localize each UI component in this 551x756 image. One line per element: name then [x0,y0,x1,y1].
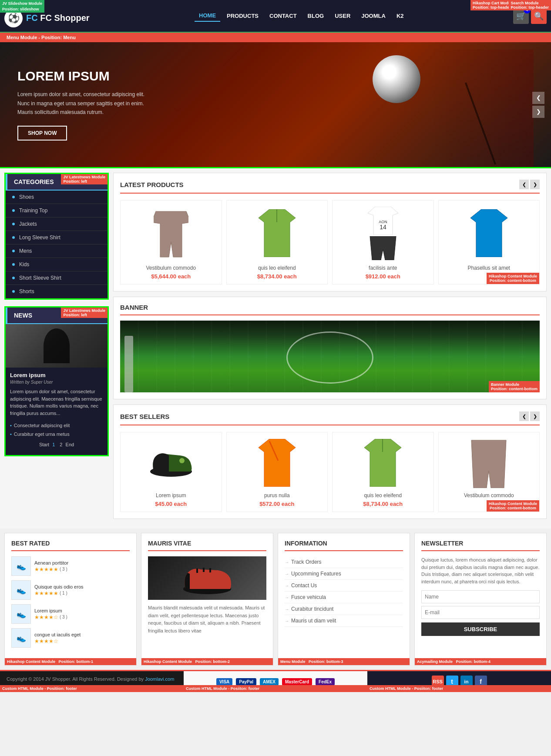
category-jackets[interactable]: Jackets [6,217,108,231]
header: JV Slideshow Module Position: slideshow … [0,0,551,33]
footer-payments-section: VISA PayPal AMEX MasterCard FedEx Custom… [184,670,367,692]
svg-marker-10 [259,439,296,487]
product-card-3[interactable]: AON 14 facilisis ante $912.00 each [332,200,434,284]
product-name-1: Vestibulum commodo [125,265,217,271]
br-item-3[interactable]: 👟 Lorem ipsum ★★★★☆ ( 3 ) [11,604,130,624]
footer-label-2: Custom HTML Module - Posiiton: footer [184,685,367,692]
svg-rect-18 [209,568,211,572]
menu-module-label: Menu Module [7,35,37,40]
product-name-3: facilisis ante [337,265,429,271]
paypal-badge: PayPal [236,678,256,686]
product-image-4 [443,205,535,261]
latest-products-section: LATEST PRODUCTS ❮ ❯ Vestibulum commodo $… [113,173,547,291]
latest-next-arrow[interactable]: ❯ [530,180,540,189]
joomlavi-link[interactable]: Joomlavi.com [145,676,174,682]
product-price-1: $5,644.00 each [125,273,217,280]
nav-home[interactable]: HOME [195,10,220,22]
information-section: INFORMATION → Track Orders → Upcomming F… [278,533,410,666]
news-list-item: • Consectetur adipiscing elit [10,421,103,430]
category-shoes[interactable]: Shoes [6,191,108,204]
bs-product-2[interactable]: purus nulla $572.00 each [226,432,328,512]
slide-next-arrow[interactable]: ❯ [532,106,544,118]
bs-product-4[interactable]: Vestibulum commodo Hikashop Content Modu… [438,432,540,512]
product-price-2: $8,734.00 each [231,273,323,280]
page-1-link[interactable]: 1 [52,442,55,447]
best-sellers-section: BEST SELLERS ❮ ❯ [113,405,547,519]
news-title: Lorem ipsum [10,372,103,378]
br-item-1[interactable]: 👟 Aenean porttitor ★★★★★ ( 3 ) [11,556,130,576]
content-area: LATEST PRODUCTS ❮ ❯ Vestibulum commodo $… [113,173,547,524]
newsletter-email-input[interactable] [421,606,540,619]
br-item-2[interactable]: 👟 Quisque quis odio eros ★★★★★ ( 1 ) [11,580,130,600]
category-shorts[interactable]: Shorts [6,285,108,298]
category-long-sleeve-shirt[interactable]: Long Sleeve Shirt [6,231,108,244]
information-module-label: Menu Module Position: bottom-3 [278,658,410,665]
slide-text: Lorem ipsum dolor sit amet, consectetur … [17,90,144,117]
news-section: JV Latestnews Module Position: left NEWS… [4,306,109,456]
news-list-item: • Curabitur eget urna metus [10,430,103,438]
latest-products-grid: Vestibulum commodo $5,644.00 each quis l… [120,200,540,284]
bottom-footer: Copyright © 2014 JV Shopper. All Rights … [0,670,551,692]
search-module-label: Search Module Position: top-header [509,0,551,10]
news-pagination: Start 1 2 End [10,438,103,451]
nav-products[interactable]: PRODUCTS [222,10,263,21]
main-nav: HOME PRODUCTS CONTACT BLOG USER JOOMLA K… [195,10,408,22]
nav-k2[interactable]: K2 [392,10,408,21]
product-card-2[interactable]: quis leo eleifend $8,734.00 each [226,200,328,284]
svg-rect-17 [203,568,205,572]
footer-copyright-section: Copyright © 2014 JV Shopper. All Rights … [0,670,184,692]
latest-products-title: LATEST PRODUCTS ❮ ❯ [120,180,540,194]
slide-prev-arrow[interactable]: ❮ [532,92,544,104]
logo-text: FC FC Shopper [26,13,90,23]
news-author: Written by Super User [10,380,103,385]
product-price-3: $912.00 each [337,273,429,280]
page-2-link[interactable]: 2 [60,442,62,447]
product-name-2: quis leo eleifend [231,265,323,271]
banner-module-label: Banner Module Position: content-bottom [489,381,540,392]
info-track-orders[interactable]: → Track Orders [285,556,403,568]
product-card-1[interactable]: Vestibulum commodo $5,644.00 each [120,200,222,284]
newsletter-name-input[interactable] [421,590,540,603]
product-image-2 [231,205,323,261]
nav-user[interactable]: USER [330,10,355,21]
product-image-3: AON 14 [337,205,429,261]
info-curabitur-tincidunt[interactable]: → Curabitur tincidunt [285,603,403,615]
news-content: Lorem ipsum Written by Super User Lorem … [6,368,108,455]
shop-now-button[interactable]: SHOP NOW [17,126,67,140]
info-mauris-diam-velit[interactable]: → Mauris ut diam velit [285,615,403,627]
best-sellers-prev-arrow[interactable]: ❮ [519,411,529,421]
slideshow: LOREM IPSUM Lorem ipsum dolor sit amet, … [0,42,551,168]
svg-text:14: 14 [380,224,386,231]
nav-blog[interactable]: BLOG [303,10,329,21]
menu-bar: Menu Module - Position: Menu [0,33,551,42]
info-upcomming-features[interactable]: → Upcomming Features [285,568,403,580]
mauris-vitae-section: MAURIS VITAE Mauris blandit malesuada ve… [141,533,273,666]
info-contact-us[interactable]: → Contact Us [285,580,403,592]
category-short-sleeve-shirt[interactable]: Short Sleeve Shirt [6,271,108,285]
fedex-badge: FedEx [316,678,335,686]
nav-contact[interactable]: CONTACT [265,10,301,21]
footer-label-1: Custom HTML Module - Positiion: footer [0,685,184,692]
category-mens[interactable]: Mens [6,244,108,258]
bs-product-1[interactable]: Lorem ipsum $45.00 each [120,432,222,512]
mauris-vitae-title: MAURIS VITAE [148,540,266,551]
br-item-4[interactable]: 👟 congue ut iaculis eget ★★★★☆ [11,628,130,648]
nav-joomla[interactable]: JOOMLA [357,10,390,21]
best-sellers-arrows: ❮ ❯ [519,411,540,421]
footer-sections: BEST RATED 👟 Aenean porttitor ★★★★★ ( 3 … [0,529,551,670]
best-sellers-title: BEST SELLERS ❮ ❯ [120,411,540,425]
latest-prev-arrow[interactable]: ❮ [519,180,529,189]
svg-marker-6 [370,236,396,260]
best-sellers-module-label: Hikashop Content Module Position: conten… [487,500,539,512]
banner-title: BANNER [120,304,540,315]
bs-product-3[interactable]: quis leo eleifend $8,734.00 each [332,432,434,512]
mauris-vitae-image [148,556,266,600]
best-sellers-next-arrow[interactable]: ❯ [530,411,540,421]
information-title: INFORMATION [285,540,403,551]
category-kids[interactable]: Kids [6,258,108,271]
category-training-top[interactable]: Training Top [6,204,108,217]
product-card-4[interactable]: Phasellus sit amet Hikashop Content Modu… [438,200,540,284]
info-fusce-vehicula[interactable]: → Fusce vehicula [285,592,403,603]
latest-arrows: ❮ ❯ [519,180,540,189]
subscribe-button[interactable]: SUBSCRIBE [421,622,540,636]
